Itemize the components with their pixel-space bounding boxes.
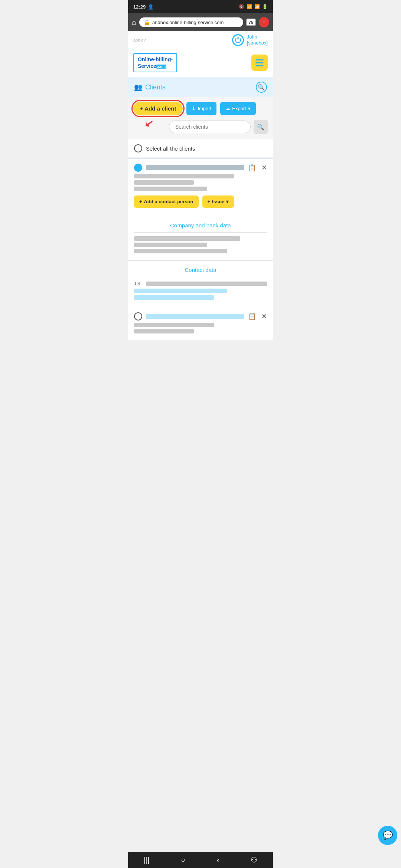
add-contact-button[interactable]: + Add a contact person [134, 195, 199, 208]
search-button[interactable]: 🔍 [254, 120, 268, 134]
select-all-row[interactable]: Select all the clients [128, 139, 273, 158]
section-title: 👥 Clients [134, 83, 166, 91]
company-data-line2 [134, 243, 207, 247]
client-radio-2[interactable] [134, 312, 142, 320]
tel-label: Tel.: [134, 281, 143, 286]
company-data-line3 [134, 249, 227, 253]
browser-upload-button[interactable]: ↑ [259, 17, 269, 27]
add-client-button[interactable]: + Add a client ↙ [133, 102, 183, 115]
status-time: 12:29 👤 [133, 4, 154, 10]
contact-data-section: Contact data Tel.: [128, 261, 273, 307]
status-icon: 👤 [148, 4, 154, 10]
browser-bar: ⌂ 🔒 andbox.online-billing-service.com 75… [128, 13, 273, 31]
client-address-line1-2 [134, 323, 214, 327]
clients-icon: 👥 [134, 83, 142, 91]
search-input[interactable] [169, 121, 251, 133]
menu-button[interactable] [251, 55, 268, 71]
browser-home-icon[interactable]: ⌂ [132, 18, 136, 27]
menu-line-1 [255, 59, 264, 60]
section-search-icon[interactable]: 🔍 [256, 82, 267, 93]
add-contact-label: Add a contact person [144, 199, 193, 204]
email1-blurred [134, 289, 227, 293]
time-display: 12:29 [133, 4, 146, 10]
company-data-title: Company and bank data [134, 220, 267, 233]
client-radio[interactable] [134, 164, 142, 172]
app-header: app by John [sandbox] [128, 31, 273, 49]
action-row: + Add a client ↙ ⬇ Import ☁ Export ▾ [128, 97, 273, 120]
plus-icon: + [139, 199, 142, 204]
export-icon: ☁ [225, 106, 230, 111]
browser-url-box[interactable]: 🔒 andbox.online-billing-service.com [139, 17, 243, 27]
user-area: John [sandbox] [232, 34, 268, 46]
delete-icon[interactable]: ✕ [261, 164, 267, 172]
client-name-blurred-2 [146, 314, 244, 319]
client-header: 📋 ✕ [134, 164, 267, 172]
search-icon: 🔍 [257, 124, 264, 131]
menu-line-2 [255, 62, 264, 63]
signal-icon: 📶 [254, 4, 260, 9]
client-actions: + Add a contact person + Issue ▾ [134, 195, 267, 208]
power-icon[interactable] [232, 34, 244, 46]
plus-icon-2: + [208, 199, 211, 204]
issue-button[interactable]: + Issue ▾ [202, 195, 234, 208]
client-address-line3 [134, 187, 207, 191]
status-bar: 12:29 👤 🔇 📶 📶 🔋 [128, 0, 273, 13]
email2-blurred [134, 295, 214, 300]
battery-icon: 🔋 [262, 4, 268, 9]
lock-icon: 🔒 [144, 19, 150, 25]
select-all-label: Select all the clients [146, 145, 195, 152]
edit-icon[interactable]: 📋 [248, 164, 256, 172]
select-all-radio[interactable] [134, 144, 142, 152]
client-item: 📋 ✕ + Add a contact person + Issue ▾ [128, 158, 273, 216]
client-header-2: 📋 ✕ [134, 312, 267, 320]
app-by-text: app by [133, 38, 146, 42]
contact-data-title: Contact data [134, 264, 267, 277]
company-data-line1 [134, 236, 240, 241]
export-label: Export [232, 106, 246, 111]
tel-blurred [146, 282, 267, 286]
delete-icon-2[interactable]: ✕ [261, 312, 267, 320]
import-button[interactable]: ⬇ Import [186, 102, 216, 115]
issue-label: Issue [212, 199, 224, 204]
client-item-2: 📋 ✕ [128, 307, 273, 341]
client-address-line1 [134, 174, 234, 178]
mute-icon: 🔇 [239, 4, 244, 9]
client-name-blurred [146, 165, 244, 170]
browser-tab-count[interactable]: 75 [246, 19, 256, 26]
section-title-text: Clients [145, 83, 166, 91]
wifi-icon: 📶 [247, 4, 252, 9]
export-button[interactable]: ☁ Export ▾ [220, 102, 256, 115]
import-icon: ⬇ [192, 106, 196, 111]
add-client-label: + Add a client [140, 105, 176, 112]
browser-url-text: andbox.online-billing-service.com [152, 20, 239, 25]
issue-chevron-icon: ▾ [226, 199, 229, 204]
company-bank-section: Company and bank data [128, 216, 273, 261]
chevron-down-icon: ▾ [248, 106, 251, 111]
section-header: 👥 Clients 🔍 [128, 77, 273, 97]
import-label: Import [198, 106, 211, 111]
menu-line-3 [255, 65, 264, 66]
brand-logo[interactable]: Online-billing- Service.com [133, 53, 177, 72]
edit-icon-2[interactable]: 📋 [248, 312, 256, 320]
client-address-line2 [134, 180, 194, 185]
brand-row: Online-billing- Service.com [128, 49, 273, 77]
user-name: John [sandbox] [247, 34, 268, 46]
status-icons: 🔇 📶 📶 🔋 [239, 4, 268, 9]
client-address-line2-2 [134, 329, 194, 333]
